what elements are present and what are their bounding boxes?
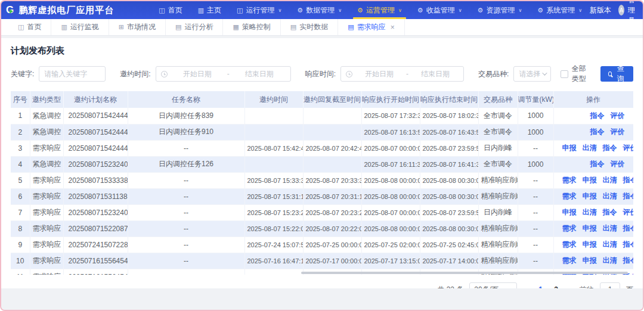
action-evaluate[interactable]: 评价 xyxy=(611,111,625,120)
action-demand[interactable]: 需求 xyxy=(562,176,577,184)
table-row[interactable]: 3需求响应2025080715424443042--2025-08-07 15:… xyxy=(11,140,633,156)
cell-actions: 需求申报出清指令评价 xyxy=(553,172,633,188)
action-declare[interactable]: 申报 xyxy=(583,192,597,200)
close-icon[interactable]: × xyxy=(391,23,395,32)
user-menu[interactable]: A 管理员 ∨ xyxy=(618,0,644,26)
table-row[interactable]: 8需求响应2025080715220877578--2025-08-07 15:… xyxy=(11,220,633,237)
nav-item-系统管理[interactable]: ⚙系统管理∨ xyxy=(530,1,590,19)
action-demand[interactable]: 需求 xyxy=(562,224,577,232)
cell-invite-type: 紧急调控 xyxy=(30,108,63,124)
tab-策略控制[interactable]: ▦策略控制 xyxy=(223,19,280,35)
scrollbar-thumb[interactable] xyxy=(301,272,628,274)
table-row[interactable]: 7需求响应2025080715232401135--2025-08-07 15:… xyxy=(11,204,633,220)
table-row[interactable]: 9需求响应2025072415072286--2025-07-24 15:07:… xyxy=(11,237,633,253)
tab-实时数据[interactable]: ▤实时数据 xyxy=(281,19,338,35)
cell-task-name: -- xyxy=(128,204,244,220)
cell-actions: 指令评价 xyxy=(553,108,633,124)
new-version-link[interactable]: 新版本 xyxy=(590,5,611,15)
gear-icon: ⚙ xyxy=(357,7,363,14)
action-declare[interactable]: 申报 xyxy=(583,256,597,265)
keyword-input[interactable] xyxy=(39,66,106,82)
horizontal-scrollbar[interactable] xyxy=(11,272,633,275)
page-number-1[interactable]: 1 xyxy=(535,285,546,288)
response-time-range-picker[interactable]: 开始日期 - 结束日期 xyxy=(340,66,464,82)
monitor-icon: ▥ xyxy=(198,7,204,14)
action-command[interactable]: 指令 xyxy=(590,127,605,136)
table-row[interactable]: 5需求响应2025080715333384713--2025-08-07 15:… xyxy=(11,172,633,188)
nav-item-label: 资源管理 xyxy=(486,5,515,15)
nav-item-收益管理[interactable]: ⚙收益管理∨ xyxy=(410,1,470,19)
all-types-checkbox[interactable] xyxy=(561,70,568,78)
column-header: 响应执行结束时间 xyxy=(420,91,478,108)
nav-item-数据管理[interactable]: ⚙数据管理∨ xyxy=(289,1,349,19)
home-icon: ◫ xyxy=(159,7,165,14)
nav-item-运行管理[interactable]: ◫运行管理∨ xyxy=(229,1,289,19)
tab-首页[interactable]: ◫首页 xyxy=(8,19,51,35)
action-command[interactable]: 指令 xyxy=(603,144,617,152)
tab-运行分析[interactable]: ▤运行分析 xyxy=(166,19,223,35)
nav-item-label: 主页 xyxy=(207,5,221,15)
invite-time-range-picker[interactable]: 开始日期 - 结束日期 xyxy=(156,66,291,82)
cell-reply-deadline: 2025-07-17 00:00:00 xyxy=(303,253,361,269)
action-evaluate[interactable]: 评价 xyxy=(611,127,625,136)
action-command[interactable]: 指令 xyxy=(623,192,634,200)
cell-trade-variety: 全市调令 xyxy=(478,108,518,124)
goto-page-input[interactable] xyxy=(600,282,620,288)
cell-seq: 4 xyxy=(11,156,30,172)
page-size-select[interactable]: 20条/页 xyxy=(469,282,517,288)
action-clear[interactable]: 出清 xyxy=(603,224,617,232)
action-evaluate[interactable]: 评价 xyxy=(623,144,634,152)
search-button[interactable]: 查询 xyxy=(600,66,633,82)
cell-reply-deadline: 2025-08-07 20:22:08 xyxy=(303,220,361,237)
prev-page-button[interactable]: ‹ xyxy=(523,285,529,289)
action-declare[interactable]: 申报 xyxy=(583,176,597,184)
all-types-checkbox-group[interactable]: 全部类型 xyxy=(561,64,591,84)
table-row[interactable]: 10需求响应2025071615564544--2025-07-16 16:47… xyxy=(11,253,633,269)
nav-item-首页[interactable]: ◫首页 xyxy=(151,1,190,19)
next-page-button[interactable]: › xyxy=(568,285,574,289)
table-row[interactable]: 2紧急调控2025080715424443042日内调控任务9102025-08… xyxy=(11,124,633,140)
table-row[interactable]: 4紧急调控2025080715232401135日内调控任务1262025-08… xyxy=(11,156,633,172)
action-declare[interactable]: 申报 xyxy=(583,224,597,232)
action-evaluate[interactable]: 评价 xyxy=(611,160,625,168)
cell-plan-name: 2025080715220877578 xyxy=(63,220,128,237)
table-row[interactable]: 6需求响应2025080715311383341--2025-08-07 15:… xyxy=(11,188,633,204)
cell-seq: 5 xyxy=(11,172,30,188)
action-declare[interactable]: 申报 xyxy=(562,208,577,216)
trade-variety-select[interactable]: 请选择 xyxy=(513,66,550,82)
nav-item-label: 运行管理 xyxy=(246,5,274,15)
nav-item-主页[interactable]: ▥主页 xyxy=(190,1,229,19)
action-clear[interactable]: 出清 xyxy=(583,208,597,216)
action-clear[interactable]: 出清 xyxy=(583,144,597,152)
action-clear[interactable]: 出清 xyxy=(603,256,617,265)
action-command[interactable]: 指令 xyxy=(603,208,617,216)
nav-item-运营管理[interactable]: ⚙运营管理∨ xyxy=(349,1,410,19)
cell-reply-deadline xyxy=(303,108,361,124)
table-row[interactable]: 1紧急调控2025080715424443042日内调控任务8392025-08… xyxy=(11,108,633,124)
page-number-2[interactable]: 2 xyxy=(551,285,562,288)
action-command[interactable]: 指令 xyxy=(623,240,634,248)
tab-运行监视[interactable]: ▥运行监视 xyxy=(51,19,109,35)
action-clear[interactable]: 出清 xyxy=(603,176,617,184)
keyword-label: 关键字: xyxy=(11,69,34,79)
action-demand[interactable]: 需求 xyxy=(562,192,577,200)
action-command[interactable]: 指令 xyxy=(623,176,634,184)
action-command[interactable]: 指令 xyxy=(623,224,634,232)
cell-invite-type: 紧急调控 xyxy=(30,124,63,140)
nav-item-资源管理[interactable]: ⚙资源管理∨ xyxy=(470,1,530,19)
action-demand[interactable]: 需求 xyxy=(562,256,577,265)
action-clear[interactable]: 出清 xyxy=(603,192,617,200)
column-header: 邀约计划名称 xyxy=(63,91,128,108)
tab-市场情况[interactable]: ⊞市场情况 xyxy=(109,19,166,35)
action-clear[interactable]: 出清 xyxy=(603,240,617,248)
action-demand[interactable]: 需求 xyxy=(562,240,577,248)
action-declare[interactable]: 申报 xyxy=(583,240,597,248)
action-command[interactable]: 指令 xyxy=(590,111,605,120)
cell-seq: 7 xyxy=(11,204,30,220)
cell-seq: 8 xyxy=(11,220,30,237)
action-command[interactable]: 指令 xyxy=(623,256,634,265)
tab-需求响应[interactable]: ▤需求响应× xyxy=(338,19,404,35)
action-command[interactable]: 指令 xyxy=(590,160,605,168)
action-declare[interactable]: 申报 xyxy=(562,144,577,152)
action-evaluate[interactable]: 评价 xyxy=(623,208,634,216)
